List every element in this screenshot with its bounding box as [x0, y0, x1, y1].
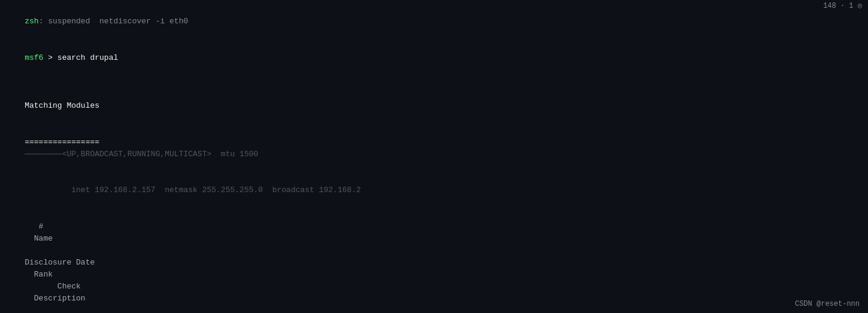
- zsh-suspended-line: zsh: suspended netdiscover -i eth0: [6, 4, 862, 39]
- col-name: Name: [25, 234, 53, 243]
- network-text-1: inet 192.168.2.157 netmask 255.255.255.0…: [25, 186, 361, 195]
- status-text: 148 · 1 ◎: [823, 2, 862, 10]
- header-net: [25, 246, 305, 255]
- sep-filler: ────────<UP,BROADCAST,RUNNING,MULTICAST>…: [25, 150, 258, 159]
- col-desc: Description: [25, 294, 85, 303]
- matching-text: Matching Modules: [25, 101, 99, 110]
- search-command-line: msf6 > search drupal: [6, 39, 862, 75]
- col-check: Check: [25, 282, 81, 291]
- separator-text: ================: [25, 138, 99, 147]
- zsh-label: zsh: [25, 17, 38, 26]
- matching-separator: ================ ────────<UP,BROADCAST,R…: [6, 124, 862, 172]
- search-command: search drupal: [57, 53, 118, 62]
- network-line-1: inet 192.168.2.157 netmask 255.255.255.0…: [6, 172, 862, 208]
- col-rank: Rank: [25, 270, 53, 279]
- matching-modules-label: Matching Modules: [6, 88, 862, 124]
- colon: : suspended netdiscover -i eth0: [39, 17, 189, 26]
- watermark-text: CSDN @reset-nnn: [795, 300, 860, 308]
- table-header-row: # Name Disclosure Date Rank Check Descri…: [6, 208, 862, 313]
- watermark: CSDN @reset-nnn: [795, 300, 860, 308]
- msf-prompt-1: msf6: [25, 53, 43, 62]
- status-bar: 148 · 1 ◎: [817, 0, 868, 11]
- prompt-symbol-1: >: [43, 53, 57, 62]
- col-num: #: [25, 222, 43, 231]
- blank-line-1: [6, 76, 862, 88]
- col-disc: Disclosure Date: [25, 258, 95, 267]
- terminal: 148 · 1 ◎ zsh: suspended netdiscover -i …: [0, 0, 868, 313]
